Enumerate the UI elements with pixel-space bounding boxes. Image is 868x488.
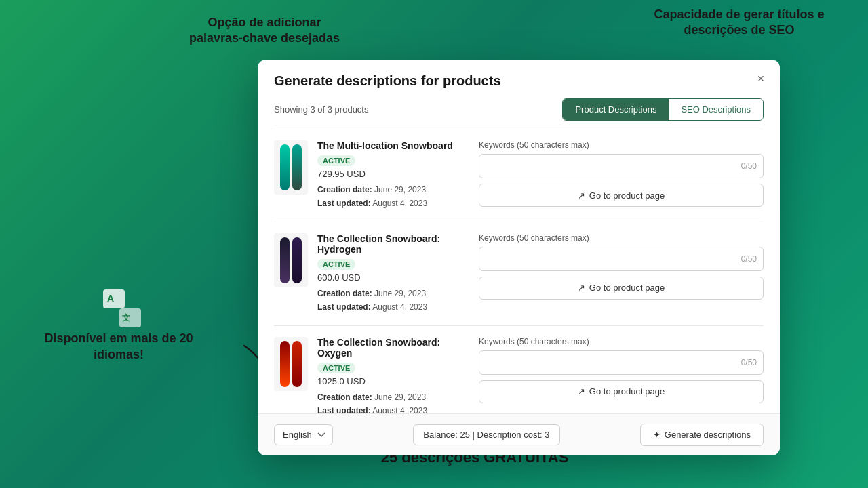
products-list: The Multi-location Snowboard ACTIVE 729.… — [258, 129, 780, 413]
keywords-input-1[interactable] — [479, 154, 764, 178]
product-dates-1: Creation date: June 29, 2023 Last update… — [317, 183, 469, 211]
product-dates-2: Creation date: June 29, 2023 Last update… — [317, 287, 469, 314]
keywords-input-wrap-1: 0/50 — [479, 154, 764, 178]
goto-label-2: Go to product page — [589, 283, 665, 293]
goto-product-button-2[interactable]: ↗ Go to product page — [479, 277, 764, 300]
modal-subheader: Showing 3 of 3 products Product Descript… — [258, 89, 780, 129]
product-info-1: The Multi-location Snowboard ACTIVE 729.… — [317, 140, 469, 211]
goto-product-button-3[interactable]: ↗ Go to product page — [479, 380, 764, 403]
status-badge-3: ACTIVE — [317, 363, 355, 373]
product-image-3 — [274, 337, 308, 391]
keywords-input-2[interactable] — [479, 247, 764, 271]
annotation-seo: Capacidade de gerar títulos e descrições… — [651, 7, 827, 39]
updated-label-2: Last updated: — [317, 302, 371, 312]
svg-text:文: 文 — [122, 313, 130, 323]
table-row: The Collection Snowboard: Oxygen ACTIVE … — [274, 325, 764, 413]
goto-label-3: Go to product page — [589, 386, 665, 396]
annotation-languages: Disponível em mais de 20 idiomas! — [41, 331, 197, 363]
modal: Generate descriptions for products × Sho… — [258, 60, 780, 455]
generate-descriptions-button[interactable]: ✦ Generate descriptions — [640, 424, 764, 446]
modal-footer: English Balance: 25 | Description cost: … — [258, 413, 780, 455]
product-right-3: Keywords (50 characters max) 0/50 ↗ Go t… — [479, 337, 764, 403]
product-right-2: Keywords (50 characters max) 0/50 ↗ Go t… — [479, 233, 764, 300]
keywords-label-2: Keywords (50 characters max) — [479, 233, 764, 243]
modal-title: Generate descriptions for products — [274, 73, 764, 89]
creation-date-label-1: Creation date: — [317, 185, 372, 195]
showing-count: Showing 3 of 3 products — [274, 104, 368, 115]
language-select[interactable]: English — [274, 424, 333, 445]
creation-date-label-2: Creation date: — [317, 289, 372, 298]
keywords-input-wrap-3: 0/50 — [479, 350, 764, 375]
svg-text:A: A — [107, 293, 114, 304]
updated-label-3: Last updated: — [317, 406, 371, 413]
keywords-input-3[interactable] — [479, 350, 764, 375]
goto-icon-2: ↗ — [578, 283, 585, 293]
product-price-3: 1025.0 USD — [317, 376, 469, 386]
product-dates-3: Creation date: June 29, 2023 Last update… — [317, 390, 469, 413]
tab-seo-descriptions[interactable]: SEO Descriptions — [669, 99, 763, 120]
status-badge-2: ACTIVE — [317, 259, 355, 270]
keywords-count-3: 0/50 — [741, 358, 757, 367]
tab-product-descriptions[interactable]: Product Descriptions — [563, 99, 669, 120]
annotation-keywords: Opção de adicionar palavras-chave deseja… — [180, 15, 349, 47]
product-info-2: The Collection Snowboard: Hydrogen ACTIV… — [317, 233, 469, 314]
sparkle-icon: ✦ — [653, 430, 660, 440]
product-price-1: 729.95 USD — [317, 169, 469, 179]
keywords-input-wrap-2: 0/50 — [479, 247, 764, 271]
goto-label-1: Go to product page — [589, 190, 665, 201]
product-right-1: Keywords (50 characters max) 0/50 ↗ Go t… — [479, 140, 764, 207]
tab-group: Product Descriptions SEO Descriptions — [562, 98, 764, 121]
product-name-2: The Collection Snowboard: Hydrogen — [317, 233, 469, 255]
keywords-count-2: 0/50 — [741, 254, 757, 264]
close-button[interactable]: × — [753, 70, 769, 87]
product-name-1: The Multi-location Snowboard — [317, 140, 469, 151]
keywords-label-3: Keywords (50 characters max) — [479, 337, 764, 346]
product-price-2: 600.0 USD — [317, 272, 469, 283]
creation-date-label-3: Creation date: — [317, 392, 372, 402]
product-name-3: The Collection Snowboard: Oxygen — [317, 337, 469, 359]
table-row: The Collection Snowboard: Hydrogen ACTIV… — [274, 222, 764, 325]
translate-icon: A 文 — [102, 288, 142, 329]
product-info-3: The Collection Snowboard: Oxygen ACTIVE … — [317, 337, 469, 413]
goto-icon-3: ↗ — [578, 386, 585, 396]
balance-info: Balance: 25 | Description cost: 3 — [413, 424, 559, 445]
product-image-2 — [274, 233, 308, 287]
generate-label: Generate descriptions — [665, 430, 751, 440]
status-badge-1: ACTIVE — [317, 155, 355, 166]
updated-label-1: Last updated: — [317, 199, 371, 208]
goto-product-button-1[interactable]: ↗ Go to product page — [479, 184, 764, 207]
table-row: The Multi-location Snowboard ACTIVE 729.… — [274, 129, 764, 222]
keywords-count-1: 0/50 — [741, 161, 757, 171]
modal-header: Generate descriptions for products × — [258, 60, 780, 89]
goto-icon-1: ↗ — [578, 190, 585, 201]
product-image-1 — [274, 140, 308, 195]
keywords-label-1: Keywords (50 characters max) — [479, 140, 764, 150]
